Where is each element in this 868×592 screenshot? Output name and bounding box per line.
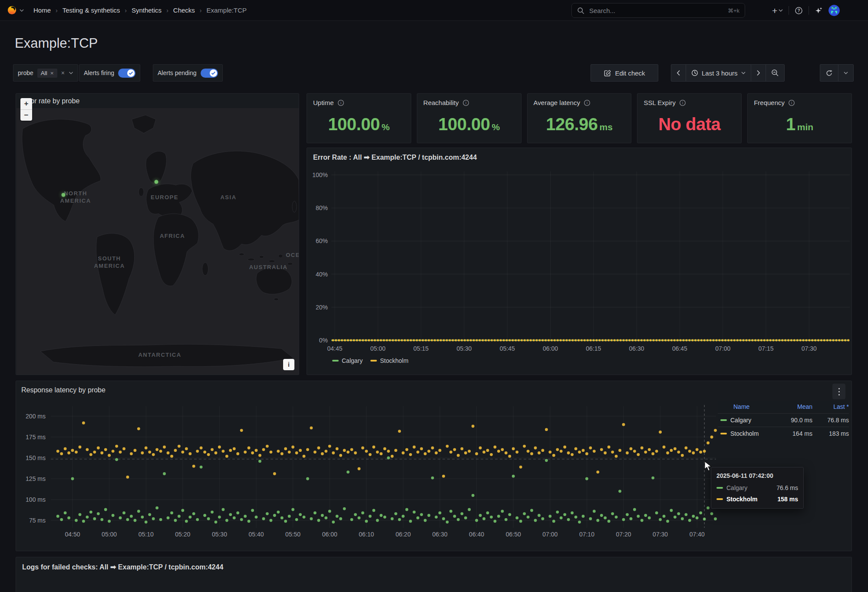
org-switcher-caret-icon[interactable] bbox=[20, 9, 24, 12]
error-rate-chart: 100%80%60%40%20%0%04:4505:0005:1505:3005… bbox=[307, 148, 851, 375]
legend-last-value: 76.8 ms bbox=[812, 417, 849, 424]
stat-unit: % bbox=[492, 122, 500, 132]
breadcrumb-separator: › bbox=[166, 7, 168, 14]
legend-name: Calgary bbox=[730, 417, 751, 424]
grafana-assistant-button[interactable] bbox=[815, 7, 823, 15]
tooltip-series-value: 76.6 ms bbox=[776, 484, 798, 491]
alerts-firing-toggle[interactable] bbox=[118, 69, 135, 78]
info-icon[interactable]: i bbox=[462, 99, 469, 106]
legend-row-stockholm[interactable]: Stockholm164 ms183 ms bbox=[718, 427, 849, 440]
stat-value: 100.00 bbox=[328, 115, 380, 134]
refresh-icon bbox=[825, 69, 833, 77]
breadcrumb-item-checks[interactable]: Checks bbox=[173, 7, 195, 14]
check-icon bbox=[129, 71, 133, 75]
refresh-button[interactable] bbox=[820, 65, 838, 81]
svg-text:?: ? bbox=[798, 8, 800, 13]
svg-text:150 ms: 150 ms bbox=[26, 454, 46, 461]
refresh-interval-caret[interactable] bbox=[838, 65, 853, 81]
stat-panel-ssl-expiry: SSL ExpiryiNo data bbox=[637, 93, 742, 143]
add-new-button[interactable]: + bbox=[772, 6, 783, 15]
map-region-label-europe: EUROPE bbox=[151, 194, 178, 201]
stat-unit: ms bbox=[599, 122, 612, 132]
info-icon[interactable]: i bbox=[584, 99, 591, 106]
probe-filter-chip[interactable]: All × bbox=[37, 69, 57, 78]
stat-panel-frequency: Frequencyi1min bbox=[747, 93, 852, 143]
probe-filter-value: All bbox=[41, 70, 47, 76]
tooltip-series-value: 158 ms bbox=[778, 496, 798, 503]
stat-label: Uptime bbox=[313, 99, 334, 106]
map-zoom-in-button[interactable]: + bbox=[20, 98, 32, 109]
tooltip-series-name: Calgary bbox=[726, 484, 747, 491]
chevron-down-icon[interactable] bbox=[69, 71, 73, 75]
legend-item-stockholm[interactable]: Stockholm bbox=[370, 357, 408, 364]
info-icon[interactable]: i bbox=[679, 99, 686, 106]
legend-item-calgary[interactable]: Calgary bbox=[332, 357, 363, 364]
world-map-svg bbox=[17, 108, 299, 375]
chart-tooltip: 2025-06-11 07:42:00 Calgary76.6 msStockh… bbox=[711, 467, 804, 509]
nav-divider bbox=[809, 6, 809, 15]
probe-marker-calgary[interactable] bbox=[62, 193, 66, 197]
error-rate-panel: 100%80%60%40%20%0%04:4505:0005:1505:3005… bbox=[307, 148, 852, 375]
info-icon[interactable]: i bbox=[788, 99, 795, 106]
svg-text:i: i bbox=[340, 101, 341, 105]
chip-remove-icon[interactable]: × bbox=[50, 70, 54, 76]
svg-text:07:20: 07:20 bbox=[616, 531, 631, 538]
grafana-logo[interactable] bbox=[7, 5, 17, 15]
error-rate-title: Error Rate : All ➡ Example:TCP / tcpbin.… bbox=[313, 153, 477, 161]
legend-last-value: 183 ms bbox=[812, 430, 849, 437]
edit-check-button[interactable]: Edit check bbox=[591, 64, 658, 82]
breadcrumb-item-example-tcp: Example:TCP bbox=[207, 7, 247, 14]
svg-text:07:15: 07:15 bbox=[758, 345, 773, 352]
info-icon[interactable]: i bbox=[337, 99, 344, 106]
user-avatar[interactable] bbox=[828, 5, 840, 16]
response-latency-panel: 200 ms175 ms150 ms125 ms100 ms75 ms04:50… bbox=[16, 381, 852, 551]
search-input[interactable] bbox=[588, 7, 724, 15]
svg-text:06:30: 06:30 bbox=[629, 345, 644, 352]
time-picker-group: Last 3 hours bbox=[671, 64, 785, 82]
alerts-pending-toggle[interactable] bbox=[201, 69, 218, 78]
stat-value: 126.96 bbox=[546, 115, 597, 134]
help-button[interactable]: ? bbox=[795, 7, 803, 15]
map-zoom-out-button[interactable]: − bbox=[20, 109, 32, 121]
legend-swatch bbox=[720, 419, 727, 421]
legend-column-mean[interactable]: Mean bbox=[776, 403, 812, 410]
map-region-label-australia: AUSTRALIA bbox=[249, 264, 288, 270]
stat-value: No data bbox=[658, 115, 720, 134]
breadcrumb-item-testing-synthetics[interactable]: Testing & synthetics bbox=[63, 7, 120, 14]
svg-text:75 ms: 75 ms bbox=[29, 517, 46, 524]
svg-text:100%: 100% bbox=[312, 171, 328, 178]
time-range-button[interactable]: Last 3 hours bbox=[686, 65, 751, 81]
logs-panel-title: Logs for failed checks: All ➡ Example:TC… bbox=[16, 557, 851, 577]
svg-text:05:15: 05:15 bbox=[413, 345, 429, 352]
probe-marker-stockholm[interactable] bbox=[155, 180, 158, 184]
svg-text:60%: 60% bbox=[316, 237, 328, 244]
svg-text:05:00: 05:00 bbox=[370, 345, 386, 352]
error-rate-legend: CalgaryStockholm bbox=[332, 357, 409, 364]
search-shortcut: ⌘+k bbox=[728, 7, 739, 14]
svg-text:05:45: 05:45 bbox=[500, 345, 515, 352]
legend-column-name[interactable]: Name bbox=[718, 403, 776, 410]
stat-panel-reachability: Reachabilityi100.00% bbox=[417, 93, 521, 143]
legend-column-last-[interactable]: Last * bbox=[812, 403, 849, 410]
legend-row-calgary[interactable]: Calgary90.0 ms76.8 ms bbox=[718, 413, 849, 427]
map-region-label-north: NORTH bbox=[64, 190, 87, 197]
world-map[interactable]: NORTHAMERICAEUROPEASIAAFRICASOUTHAMERICA… bbox=[17, 108, 299, 375]
clear-filter-icon[interactable]: × bbox=[61, 69, 65, 76]
time-zoom-out-button[interactable] bbox=[766, 65, 784, 81]
map-attribution-button[interactable]: i bbox=[283, 359, 294, 370]
panel-menu-kebab-icon[interactable] bbox=[832, 384, 845, 399]
time-shift-forward-button[interactable] bbox=[751, 65, 766, 81]
map-region-label-africa: AFRICA bbox=[160, 233, 185, 239]
search-box[interactable]: ⌘+k bbox=[571, 3, 745, 18]
help-icon: ? bbox=[795, 7, 803, 15]
probe-filter[interactable]: probe All × × bbox=[13, 64, 78, 82]
time-shift-back-button[interactable] bbox=[671, 65, 686, 81]
svg-text:06:50: 06:50 bbox=[506, 531, 521, 538]
breadcrumb-item-home[interactable]: Home bbox=[33, 7, 51, 14]
breadcrumb-item-synthetics[interactable]: Synthetics bbox=[132, 7, 162, 14]
stat-panel-average-latency: Average latencyi126.96ms bbox=[527, 93, 632, 143]
legend-swatch bbox=[370, 360, 377, 362]
legend-name: Stockholm bbox=[730, 430, 759, 437]
alerts-pending-label: Alerts pending bbox=[158, 69, 197, 76]
svg-text:20%: 20% bbox=[316, 304, 328, 311]
